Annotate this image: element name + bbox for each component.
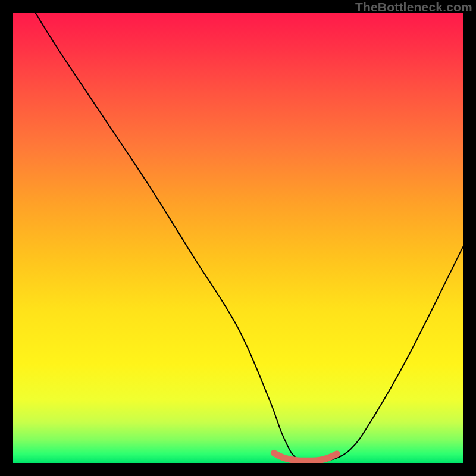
main-curve-path (36, 13, 463, 462)
chart-svg (13, 13, 463, 463)
valley-marker-path (274, 453, 337, 461)
plot-area (13, 13, 463, 463)
chart-frame: TheBottleneck.com (0, 0, 476, 476)
watermark-text: TheBottleneck.com (355, 0, 472, 14)
